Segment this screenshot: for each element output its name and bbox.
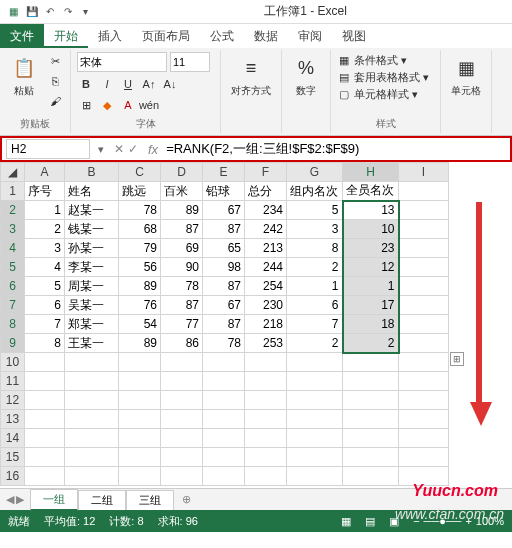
row-header[interactable]: 11 [1,372,25,391]
row-header[interactable]: 5 [1,258,25,277]
cell[interactable]: 230 [245,296,287,315]
cell[interactable] [343,391,399,410]
undo-icon[interactable]: ↶ [42,4,57,19]
row-header[interactable]: 8 [1,315,25,334]
cell[interactable] [65,448,119,467]
cell[interactable]: 67 [203,201,245,220]
cell[interactable]: 王某一 [65,334,119,353]
cell[interactable] [65,353,119,372]
cell[interactable]: 78 [119,201,161,220]
conditional-format-button[interactable]: ▦条件格式▾ [337,52,434,69]
cell[interactable] [399,467,449,486]
cell[interactable] [399,391,449,410]
cell[interactable]: 12 [343,258,399,277]
cell[interactable]: 213 [245,239,287,258]
worksheet-grid[interactable]: ◢ A B C D E F G H I 1 序号 姓名 跳远 百米 铅球 总分 … [0,162,512,488]
row-header[interactable]: 10 [1,353,25,372]
cell[interactable]: 253 [245,334,287,353]
copy-icon[interactable]: ⎘ [46,72,64,90]
tab-review[interactable]: 审阅 [288,24,332,48]
cell[interactable]: 87 [203,220,245,239]
cell[interactable] [119,429,161,448]
cell[interactable] [65,372,119,391]
cell[interactable] [245,429,287,448]
cell[interactable]: 68 [119,220,161,239]
cell[interactable]: 56 [119,258,161,277]
cell[interactable]: 218 [245,315,287,334]
cell[interactable] [119,410,161,429]
row-header[interactable]: 9 [1,334,25,353]
cell[interactable] [65,467,119,486]
tab-file[interactable]: 文件 [0,24,44,48]
cell[interactable]: 234 [245,201,287,220]
sheet-tab[interactable]: 一组 [30,489,78,511]
cell[interactable] [25,353,65,372]
col-header[interactable]: G [287,163,343,182]
cell[interactable]: 244 [245,258,287,277]
cell[interactable]: 2 [287,334,343,353]
cell[interactable] [399,296,449,315]
view-page-icon[interactable]: ▤ [365,515,375,528]
name-box[interactable]: H2 [6,139,90,159]
cell[interactable]: 23 [343,239,399,258]
cell[interactable]: 4 [25,258,65,277]
cell[interactable]: 3 [25,239,65,258]
cell[interactable] [343,448,399,467]
cell[interactable] [203,429,245,448]
row-header[interactable]: 12 [1,391,25,410]
cell[interactable] [399,220,449,239]
phonetic-icon[interactable]: wén [140,96,158,114]
cell[interactable]: 6 [287,296,343,315]
row-header[interactable]: 6 [1,277,25,296]
cell[interactable]: 89 [161,201,203,220]
increase-font-icon[interactable]: A↑ [140,75,158,93]
cell[interactable] [399,239,449,258]
cell[interactable] [287,372,343,391]
row-header[interactable]: 16 [1,467,25,486]
tab-home[interactable]: 开始 [44,24,88,48]
row-header[interactable]: 3 [1,220,25,239]
cell[interactable]: 赵某一 [65,201,119,220]
cell[interactable]: 69 [161,239,203,258]
col-header[interactable]: H [343,163,399,182]
cell[interactable]: 10 [343,220,399,239]
cell[interactable] [65,391,119,410]
cancel-icon[interactable]: ✕ [114,142,124,156]
cell[interactable]: 65 [203,239,245,258]
cell[interactable] [399,258,449,277]
cell[interactable]: 李某一 [65,258,119,277]
cell[interactable] [161,448,203,467]
cell[interactable] [119,391,161,410]
cell-style-button[interactable]: ▢单元格样式▾ [337,86,434,103]
cell[interactable] [245,467,287,486]
cell[interactable] [287,429,343,448]
row-header[interactable]: 15 [1,448,25,467]
font-color-icon[interactable]: A [119,96,137,114]
alignment-button[interactable]: ≡ 对齐方式 [227,52,275,100]
add-sheet-icon[interactable]: ⊕ [174,491,199,508]
paste-button[interactable]: 📋 粘贴 [6,52,42,100]
cell[interactable]: 67 [203,296,245,315]
cell[interactable]: 铅球 [203,182,245,201]
tab-page-layout[interactable]: 页面布局 [132,24,200,48]
cell[interactable]: 87 [161,296,203,315]
col-header[interactable]: C [119,163,161,182]
format-painter-icon[interactable]: 🖌 [46,92,64,110]
cell[interactable]: 钱某一 [65,220,119,239]
tab-insert[interactable]: 插入 [88,24,132,48]
cell[interactable] [203,391,245,410]
cell[interactable]: 78 [161,277,203,296]
col-header[interactable]: F [245,163,287,182]
cell[interactable] [25,391,65,410]
cell[interactable] [399,429,449,448]
cell[interactable] [287,391,343,410]
font-size-select[interactable] [170,52,210,72]
row-header[interactable]: 7 [1,296,25,315]
cell[interactable] [343,353,399,372]
cell[interactable]: 18 [343,315,399,334]
fx-icon[interactable]: fx [144,142,162,157]
cell[interactable] [161,467,203,486]
row-header[interactable]: 4 [1,239,25,258]
cell[interactable] [161,372,203,391]
cell[interactable] [245,353,287,372]
